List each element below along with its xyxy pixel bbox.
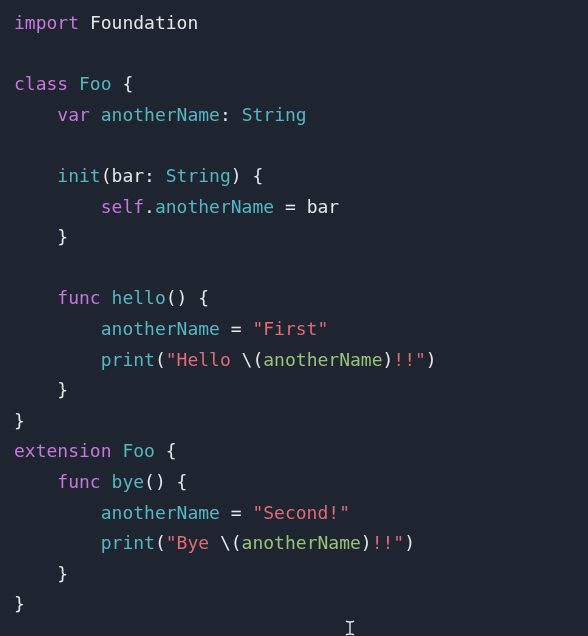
code-token: ( (101, 165, 112, 186)
code-token: !!" (393, 349, 426, 370)
code-token: print (101, 532, 155, 553)
code-token: extension (14, 440, 112, 461)
code-token: Foundation (90, 12, 198, 33)
code-token: "Bye (166, 532, 220, 553)
code-token: "First" (252, 318, 328, 339)
code-token: ) (383, 349, 394, 370)
code-token: \( (242, 349, 264, 370)
code-token (68, 73, 79, 94)
code-token: import (14, 12, 79, 33)
code-token: Foo (122, 440, 155, 461)
code-line: print("Bye \(anotherName)!!") (14, 532, 415, 553)
code-token (14, 104, 57, 125)
code-token (14, 532, 101, 553)
code-token: } (14, 410, 25, 431)
code-token: = (220, 318, 253, 339)
code-token: String (242, 104, 307, 125)
code-token: . (144, 196, 155, 217)
code-token: ) (426, 349, 437, 370)
code-token (101, 287, 112, 308)
code-line: init(bar: String) { (14, 165, 263, 186)
code-token (14, 287, 57, 308)
code-token: = (220, 502, 253, 523)
code-token: func (57, 471, 100, 492)
code-token: init (57, 165, 100, 186)
code-token: { (155, 440, 177, 461)
code-token: !!" (372, 532, 405, 553)
code-token: bar (112, 165, 145, 186)
code-token: \( (220, 532, 242, 553)
code-token (14, 318, 101, 339)
code-token: func (57, 287, 100, 308)
code-token: } (14, 379, 68, 400)
code-block: import Foundation class Foo { var anothe… (14, 8, 574, 620)
code-token: anotherName (242, 532, 361, 553)
code-token (112, 73, 123, 94)
code-line: func hello() { (14, 287, 209, 308)
code-token: } (14, 226, 68, 247)
code-token: } (14, 593, 25, 614)
code-token: anotherName (101, 104, 220, 125)
code-token: : (144, 165, 166, 186)
code-token: class (14, 73, 68, 94)
code-token: anotherName (101, 502, 220, 523)
code-token: } (14, 563, 68, 584)
code-token: bye (112, 471, 145, 492)
code-token (14, 196, 101, 217)
code-line: import Foundation (14, 12, 198, 33)
code-token (14, 349, 101, 370)
code-token (90, 104, 101, 125)
code-token: : (220, 104, 242, 125)
code-token: "Second!" (252, 502, 350, 523)
code-line: extension Foo { (14, 440, 177, 461)
code-line: class Foo { (14, 73, 133, 94)
text-cursor-icon (344, 620, 356, 636)
code-line: anotherName = "Second!" (14, 502, 350, 523)
code-line: var anotherName: String (14, 104, 307, 125)
code-token: bar (307, 196, 340, 217)
code-token: () { (166, 287, 209, 308)
code-token (79, 12, 90, 33)
code-token (14, 165, 57, 186)
code-token: var (57, 104, 90, 125)
code-token (14, 502, 101, 523)
code-token: anotherName (101, 318, 220, 339)
code-line: self.anotherName = bar (14, 196, 339, 217)
code-token (112, 440, 123, 461)
code-token: self (101, 196, 144, 217)
code-line: } (14, 410, 25, 431)
code-token: ) { (231, 165, 264, 186)
code-token: anotherName (155, 196, 274, 217)
code-token (101, 471, 112, 492)
code-token: ) (404, 532, 415, 553)
code-token: anotherName (263, 349, 382, 370)
code-line: anotherName = "First" (14, 318, 328, 339)
code-token: = (274, 196, 307, 217)
code-token: ( (155, 532, 166, 553)
code-token (14, 471, 57, 492)
code-token: String (166, 165, 231, 186)
code-token: Foo (79, 73, 112, 94)
code-token: () { (144, 471, 187, 492)
code-token: "Hello (166, 349, 242, 370)
code-line: } (14, 379, 68, 400)
code-line: } (14, 593, 25, 614)
code-token: ( (155, 349, 166, 370)
code-line: } (14, 226, 68, 247)
code-line: print("Hello \(anotherName)!!") (14, 349, 437, 370)
code-token: hello (112, 287, 166, 308)
code-token: { (122, 73, 133, 94)
code-token: print (101, 349, 155, 370)
code-line: func bye() { (14, 471, 187, 492)
code-line: } (14, 563, 68, 584)
code-token: ) (361, 532, 372, 553)
